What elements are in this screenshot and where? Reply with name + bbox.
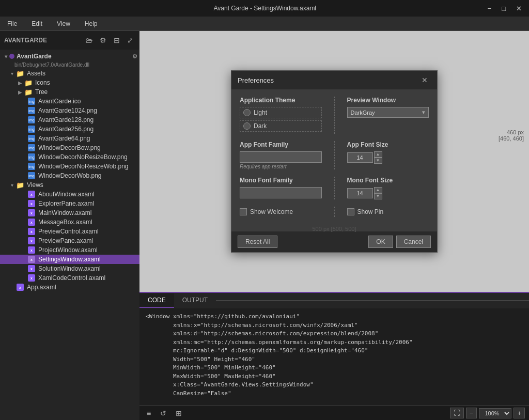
list-item[interactable]: x ProjectWindow.axaml: [0, 245, 139, 255]
mono-font-size-spinner: ▲ ▼: [347, 187, 429, 199]
list-item[interactable]: img WindowDecorBow.png: [0, 143, 139, 152]
list-item[interactable]: x ExplorerPane.axaml: [0, 199, 139, 208]
folder-icon: 📁: [15, 181, 25, 189]
zoom-select[interactable]: 100%: [479, 408, 511, 418]
show-welcome-checkbox[interactable]: [240, 208, 247, 215]
app-font-size-input[interactable]: [347, 152, 373, 163]
tree-project-root[interactable]: ▾ AvantGarde ⚙: [0, 52, 139, 61]
list-item[interactable]: img AvantGarde.ico: [0, 97, 139, 106]
menu-file[interactable]: File: [4, 19, 20, 28]
cancel-button[interactable]: Cancel: [396, 236, 431, 248]
menu-help[interactable]: Help: [82, 19, 101, 28]
list-item[interactable]: x App.axaml: [0, 283, 139, 292]
menu-view[interactable]: View: [54, 19, 73, 28]
list-item[interactable]: img WindowDecorNoResizeBow.png: [0, 152, 139, 162]
resize-handle[interactable]: [526, 300, 529, 301]
gear-icon[interactable]: ⚙: [132, 53, 137, 60]
list-item[interactable]: x SolutionWindow.axaml: [0, 264, 139, 273]
tree-label: AvantGarde.ico: [38, 98, 81, 105]
list-item[interactable]: img WindowDecorNoResizeWob.png: [0, 162, 139, 171]
mono-font-size-input[interactable]: [347, 188, 373, 198]
tree-label: XamlCodeControl.axaml: [38, 274, 105, 282]
menu-edit[interactable]: Edit: [28, 19, 45, 28]
show-pin-label: Show Pin: [357, 208, 384, 215]
project-dot: [9, 54, 14, 59]
sidebar-item-assets[interactable]: ▾ 📁 Assets: [0, 69, 139, 78]
show-pin-row[interactable]: Show Pin: [347, 207, 429, 217]
layout-button[interactable]: ⊟: [112, 35, 122, 45]
modal-col-mono-size: Mono Font Size ▲ ▼: [347, 177, 429, 199]
menu-icon-button[interactable]: ≡: [144, 408, 154, 418]
show-pin-checkbox[interactable]: [347, 208, 354, 215]
divider: [334, 177, 335, 199]
list-item[interactable]: x MessageBox.axaml: [0, 217, 139, 227]
mono-spinner-up-button[interactable]: ▲: [374, 187, 382, 193]
app-font-size-label: App Font Size: [347, 141, 429, 148]
settings-button[interactable]: ⚙: [98, 35, 108, 45]
zoom-in-button[interactable]: +: [514, 408, 525, 418]
sidebar-item-views[interactable]: ▾ 📁 Views: [0, 180, 139, 190]
code-text: <Window xmlns="https://github.com/avalon…: [146, 313, 523, 398]
mono-spinner-down-button[interactable]: ▼: [374, 193, 382, 199]
image-icon: img: [27, 172, 36, 179]
tree-label: MainWindow.axaml: [38, 209, 91, 216]
refresh-icon-button[interactable]: ↺: [157, 408, 169, 418]
sidebar-item-tree[interactable]: ▶ 📁 Tree: [0, 87, 139, 97]
preview-window-dropdown[interactable]: DarkGray ▾: [347, 107, 429, 118]
expand-icon: ▾: [8, 182, 15, 188]
tree-label: WindowDecorNoResizeWob.png: [38, 163, 129, 170]
xaml-icon: x: [27, 191, 36, 198]
maximize-button[interactable]: □: [499, 4, 509, 13]
image-icon: img: [27, 135, 36, 142]
fullscreen-button[interactable]: ⛶: [450, 408, 464, 418]
radio-dark[interactable]: Dark: [240, 120, 322, 132]
design-canvas[interactable]: Preferences ✕ Application Theme Light: [139, 31, 529, 292]
xaml-icon: x: [27, 265, 36, 272]
spinner-up-button[interactable]: ▲: [374, 151, 382, 158]
xaml-icon: x: [27, 256, 36, 263]
ok-button[interactable]: OK: [368, 236, 393, 248]
tree-label: WindowDecorNoResizeBow.png: [38, 153, 128, 161]
list-item[interactable]: x AboutWindow.axaml: [0, 190, 139, 199]
modal-section-font: App Font Family Requires app restart App…: [240, 141, 429, 169]
sidebar-tree[interactable]: ▾ AvantGarde ⚙ bin/Debug/net7.0/AvantGar…: [0, 50, 139, 420]
grid-icon-button[interactable]: ⊞: [173, 408, 185, 418]
app-font-size-spinner: ▲ ▼: [347, 151, 429, 164]
expand-button[interactable]: ⤢: [125, 35, 135, 45]
list-item[interactable]: x PreviewControl.axaml: [0, 227, 139, 236]
list-item[interactable]: x PreviewPane.axaml: [0, 236, 139, 245]
show-welcome-row[interactable]: Show Welcome: [240, 207, 322, 217]
list-item[interactable]: img AvantGarde256.png: [0, 125, 139, 134]
mono-font-family-input[interactable]: [240, 187, 322, 198]
tab-output[interactable]: OUTPUT: [174, 293, 216, 308]
dropdown-value: DarkGray: [351, 110, 375, 116]
minimize-button[interactable]: −: [485, 4, 495, 13]
modal-col-theme: Application Theme Light Dark: [240, 97, 322, 134]
sidebar-item-settingswindow[interactable]: x SettingsWindow.axaml: [0, 255, 139, 264]
sidebar-item-icons[interactable]: ▶ 📁 Icons: [0, 78, 139, 87]
xaml-icon: x: [27, 219, 36, 226]
app-font-family-input[interactable]: [240, 151, 322, 163]
modal-close-button[interactable]: ✕: [418, 75, 431, 85]
image-icon: img: [27, 107, 36, 114]
list-item[interactable]: img AvantGarde128.png: [0, 115, 139, 125]
radio-light[interactable]: Light: [240, 107, 322, 118]
tab-code[interactable]: CODE: [139, 293, 174, 308]
list-item[interactable]: img WindowDecorWob.png: [0, 171, 139, 180]
reset-all-button[interactable]: Reset All: [238, 236, 277, 248]
spinner-buttons-mono: ▲ ▼: [374, 187, 382, 199]
list-item[interactable]: img AvantGarde64.png: [0, 134, 139, 143]
modal-col-pin: Show Pin: [347, 207, 429, 217]
zoom-out-button[interactable]: −: [466, 408, 477, 418]
spinner-buttons: ▲ ▼: [374, 151, 382, 164]
list-item[interactable]: x MainWindow.axaml: [0, 208, 139, 217]
tree-label: AvantGarde64.png: [38, 135, 90, 142]
close-button[interactable]: ✕: [513, 4, 525, 13]
new-folder-button[interactable]: 🗁: [83, 35, 95, 45]
list-item[interactable]: x XamlCodeControl.axaml: [0, 273, 139, 283]
status-left: ≡ ↺ ⊞: [144, 408, 185, 418]
modal-title-bar: Preferences ✕: [231, 71, 437, 89]
image-icon: img: [27, 98, 36, 105]
list-item[interactable]: img AvantGarde1024.png: [0, 106, 139, 115]
spinner-down-button[interactable]: ▼: [374, 158, 382, 164]
